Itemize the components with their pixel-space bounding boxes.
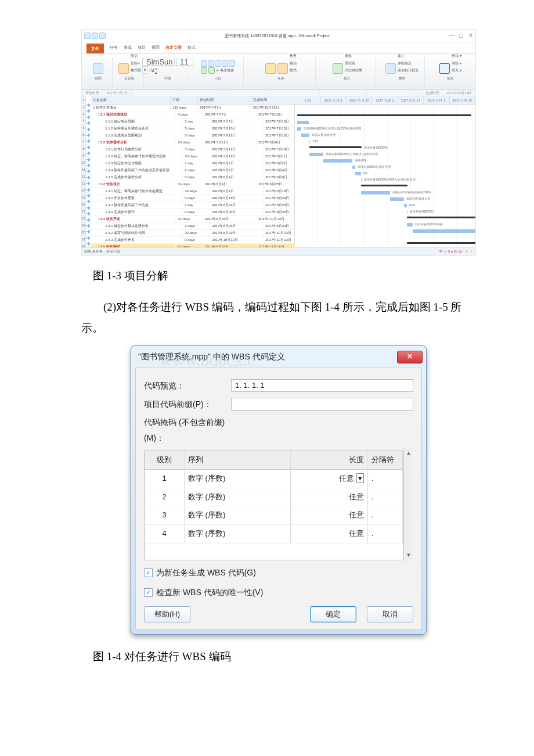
save-icon[interactable] [84, 33, 91, 39]
tab-view[interactable]: 视图 [151, 44, 160, 53]
cancel-button[interactable]: 取消 [367, 606, 413, 622]
font-size-input[interactable]: 11 [176, 59, 193, 66]
checkbox-unique[interactable]: ✓检查新 WBS 代码的唯一性(V) [144, 585, 413, 600]
undo-icon[interactable] [92, 33, 98, 39]
redo-icon[interactable] [99, 33, 106, 39]
paste-icon[interactable] [118, 63, 129, 74]
group-clipboard: 剪切 复制 ▾ 格式刷 剪贴板 [116, 57, 144, 88]
gantt-chart[interactable]: 七月2017 八月 62017 八月 202017 九月 32017 九月 17… [295, 96, 475, 247]
table-scrollbar[interactable]: ▲▼ [403, 448, 413, 560]
group-task: 检查 移动 模式 任务 [247, 57, 316, 88]
insert-task-icon[interactable] [333, 63, 343, 74]
mask-row[interactable]: 1 数字 (序数) 任意 ▾ . [145, 470, 403, 488]
prefix-label: 项目代码前缀(P)： [144, 397, 231, 412]
mask-row[interactable]: 4 数字 (序数) 任意 . [145, 525, 403, 543]
mask-row[interactable]: 2 数字 (序数) 任意 . [145, 488, 403, 507]
tab-custom[interactable]: 自定义图 [165, 44, 182, 53]
group-insert: 摘要 里程碑 可交付结果 插入 [319, 57, 376, 88]
tab-resource[interactable]: 资源 [124, 44, 132, 53]
preview-value: 1. 1. 1. 1 [231, 379, 413, 392]
ok-button[interactable]: 确定 [310, 606, 356, 622]
paragraph-2: (2)对各任务进行 WBS 编码，编码过程如下图 1-4 所示，完成后如图 1-… [81, 297, 476, 339]
ribbon: 视图 剪切 复制 ▾ 格式刷 剪贴板 SimSun11 BIUA 字体 [82, 54, 475, 89]
group-edit: 查找 ▾ 清除 ▾ 填充 ▾ 编辑 [428, 57, 473, 88]
project-screenshot: 图书管理系统 140832011018 曾重.mpp - Microsoft P… [81, 29, 476, 256]
indent-left-icon[interactable] [201, 60, 207, 67]
checkbox-generate[interactable]: ✓为新任务生成 WBS 代码(G) [144, 565, 413, 581]
link-icon[interactable] [201, 67, 207, 74]
maximize-button[interactable]: ▢ [459, 31, 464, 41]
tab-task[interactable]: 任务 [110, 44, 118, 53]
timeline-strip: 开始时间2017年7月7日 完成时间2017年12月13日 [82, 90, 475, 96]
bold-button[interactable]: B [142, 66, 148, 74]
info-icon[interactable] [385, 63, 396, 74]
caption-2: 图 1-4 对任务进行 WBS 编码 [93, 646, 476, 667]
gantt-view-icon[interactable] [93, 63, 103, 74]
manual-schedule-icon[interactable] [265, 63, 276, 74]
mask-row[interactable]: 3 数字 (序数) 任意 . [145, 506, 403, 525]
italic-button[interactable]: I [149, 67, 150, 73]
font-name-input[interactable]: SimSun [142, 59, 175, 66]
window-titlebar: 图书管理系统 140832011018 曾重.mpp - Microsoft P… [82, 30, 475, 42]
close-button[interactable]: ✕ [468, 31, 473, 41]
group-view: 视图 [84, 57, 113, 88]
caption-1: 图 1-3 项目分解 [93, 265, 476, 286]
status-bar: 就绪 新任务：手动计划 中 ノ 5 ● 回 品 ↑ ✓ ⋮ [82, 247, 475, 255]
group-schedule: ⊖考虑链接 日程 [192, 57, 244, 88]
tab-format[interactable]: 格式 [187, 44, 196, 53]
prefix-input[interactable] [231, 398, 413, 411]
mask-label: 代码掩码 (不包含前缀) (M)： [144, 415, 231, 445]
tab-file[interactable]: 文件 [86, 44, 104, 53]
window-title: 图书管理系统 140832011018 曾重.mpp - Microsoft P… [108, 32, 446, 39]
tray-icons: 中 ノ 5 ● 回 品 ↑ ✓ ⋮ [439, 249, 473, 255]
minimize-button[interactable]: — [449, 31, 454, 41]
help-button[interactable]: 帮助(H) [144, 606, 190, 622]
scroll-to-task-icon[interactable] [439, 63, 450, 74]
dialog-close-button[interactable]: ✕ [397, 351, 423, 363]
underline-button[interactable]: U [151, 67, 154, 73]
group-font: SimSun11 BIUA 字体 [147, 57, 189, 88]
auto-schedule-icon[interactable] [277, 63, 288, 74]
font-color-icon[interactable]: A [155, 66, 157, 74]
preview-label: 代码预览： [144, 378, 231, 394]
group-props: 备注 详细信息 添加到日程表 属性 [379, 57, 425, 88]
task-grid: 123456789101112131415161718192021222324 … [82, 96, 475, 247]
tab-project[interactable]: 项目 [138, 44, 146, 53]
wbs-dialog: "图书管理系统.mpp" 中的 WBS 代码定义 ✕ 代码预览： 1. 1. 1… [131, 345, 427, 635]
mask-table[interactable]: 级别 序列 长度 分隔符 1 数字 (序数) 任意 ▾ . 2 数字 (序数) … [144, 451, 403, 560]
dialog-title: "图书管理系统.mpp" 中的 WBS 代码定义 [138, 349, 285, 365]
